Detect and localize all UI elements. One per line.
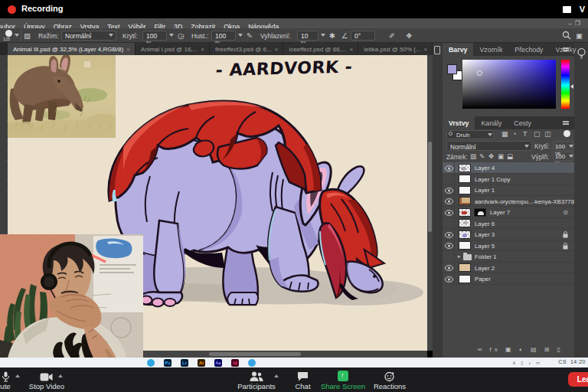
eye-icon[interactable] (445, 232, 453, 238)
chevron-up-icon[interactable] (274, 374, 279, 377)
layer-name[interactable]: Layer 5 (475, 243, 495, 250)
visibility-cell[interactable] (443, 229, 455, 240)
panel-tab[interactable]: Přechody (508, 43, 549, 56)
menu-item[interactable]: Filtr (150, 22, 170, 29)
color-field-marker[interactable] (477, 70, 482, 76)
visibility-cell[interactable] (443, 196, 455, 207)
reactions-icon[interactable] (384, 371, 395, 382)
layer-row[interactable]: ▸ Layer 1 Copy (443, 174, 574, 185)
window-controls[interactable]: –❐ (568, 20, 583, 27)
layer-thumbnail[interactable] (459, 230, 471, 239)
layer-thumbnail[interactable] (459, 186, 471, 194)
layer-name[interactable]: Layer 4 (475, 165, 495, 172)
panel-tab[interactable]: Cesty (508, 116, 537, 129)
leave-button[interactable]: Leave (568, 372, 588, 387)
visibility-cell[interactable] (443, 273, 455, 284)
chevron-up-icon[interactable] (58, 374, 63, 377)
taskbar-app-icon[interactable]: Lr (181, 359, 188, 367)
filter-type-icon[interactable]: T (523, 130, 528, 138)
layer-thumbnail[interactable] (459, 275, 471, 283)
layer-thumbnail[interactable] (459, 208, 471, 217)
panel-tab[interactable]: Vzorky (549, 43, 582, 56)
visibility-cell[interactable] (443, 162, 455, 173)
layer-row[interactable]: ▸ Layer 5 (443, 240, 574, 252)
menu-item[interactable]: Nápověda (244, 22, 283, 29)
chevron-down-icon[interactable] (238, 34, 243, 37)
layers-panel-actions[interactable]: ∞ fx ▣ ◐ ▤ ⊞ ▯ (443, 346, 574, 356)
filter-adjustment-icon[interactable]: ◔ (512, 130, 516, 138)
airbrush-icon[interactable]: ✎ (247, 31, 253, 40)
chevron-down-icon[interactable] (15, 34, 19, 37)
layer-row[interactable]: ▸ Layer 2 (443, 263, 574, 274)
layer-row[interactable]: ▸ Folder 1 (443, 251, 574, 263)
document-tab[interactable]: lebka.psd @ 50% (...× (358, 43, 433, 55)
opacity-input[interactable]: 100 % (142, 31, 167, 41)
taskbar-app-icon[interactable]: Ai (198, 359, 205, 367)
layer-mask-thumbnail[interactable] (474, 208, 486, 217)
taskbar-app-icon[interactable] (147, 359, 155, 367)
close-icon[interactable]: × (275, 46, 279, 53)
hue-slider[interactable] (561, 60, 570, 109)
layer-row[interactable]: ▸ Layer 7 ⊙ (443, 207, 574, 218)
taskbar-app-icon[interactable] (248, 359, 256, 367)
layer-thumbnail[interactable] (459, 175, 471, 183)
visibility-cell[interactable] (443, 263, 455, 273)
lock-paint-icon[interactable]: ✎ (479, 152, 485, 160)
reactions-button[interactable]: Reactions (364, 382, 416, 390)
visibility-cell[interactable] (443, 185, 455, 195)
share-screen-button[interactable]: Share Screen (318, 382, 368, 390)
angle-input[interactable]: 0° (351, 31, 375, 41)
view-grid-icon[interactable] (563, 6, 571, 13)
layer-name[interactable]: Layer 3 (475, 231, 495, 238)
microphone-icon[interactable] (2, 371, 10, 382)
layer-thumbnail[interactable] (459, 164, 471, 172)
menu-item[interactable]: Soubor (0, 22, 19, 29)
eye-icon[interactable] (445, 265, 453, 271)
hue-slider-pointer[interactable] (570, 84, 573, 89)
eye-icon[interactable] (445, 165, 453, 172)
filter-shape-icon[interactable]: ▢ (534, 130, 541, 138)
document-tab[interactable]: iceeffect.psd @ 66,...× (283, 43, 358, 55)
video-camera-icon[interactable] (40, 373, 53, 381)
filter-pixel-icon[interactable]: ▦ (501, 130, 508, 138)
document-tab[interactable]: Animal III.psd @ 32,5% (Layer 4,RGB/8)× (8, 43, 136, 55)
visibility-cell[interactable] (443, 207, 455, 217)
eye-icon[interactable] (445, 188, 453, 194)
layer-row[interactable]: ▸ Paper (443, 273, 574, 285)
layer-name[interactable]: aardvark-orycteropu...-kenya-XB3778 Copy (475, 198, 574, 205)
layer-name[interactable]: Layer 1 Copy (475, 176, 510, 183)
menu-item[interactable]: Text (103, 22, 124, 29)
layer-name[interactable]: Folder 1 (475, 253, 497, 260)
layer-name[interactable]: Layer 6 (475, 220, 495, 227)
vertical-scrollbar-thumb[interactable] (428, 142, 432, 232)
layer-thumbnail[interactable] (459, 263, 471, 272)
color-field[interactable] (462, 60, 556, 109)
blend-mode-select[interactable]: Normální (446, 141, 532, 151)
taskbar-app-icon[interactable]: Ps (164, 359, 172, 367)
stop-video-button[interactable]: Stop Video (23, 382, 70, 390)
layer-thumbnail[interactable] (459, 219, 471, 227)
pressure-size-icon[interactable]: ✐ (389, 31, 395, 40)
layer-filter-select[interactable]: Druh (446, 130, 494, 139)
brush-preview-icon[interactable] (5, 30, 12, 37)
panel-tab[interactable]: Barvy (443, 43, 473, 56)
participants-icon[interactable] (250, 371, 263, 381)
panel-tab[interactable]: Kanály (475, 116, 508, 129)
panel-tab[interactable]: Vrstvy (443, 116, 475, 129)
layer-row[interactable]: ▸ Layer 4 (443, 162, 574, 174)
share-screen-icon[interactable] (338, 371, 348, 381)
chevron-down-icon[interactable] (321, 34, 325, 37)
menu-item[interactable]: Výběr (124, 22, 150, 29)
close-icon[interactable]: × (201, 46, 204, 53)
workspace-icon[interactable]: ▣ (576, 31, 583, 40)
document-tab[interactable]: fireeffect3.psd @ 6...× (210, 43, 283, 55)
language-indicator[interactable]: CS (558, 359, 567, 364)
close-icon[interactable]: × (424, 46, 428, 53)
panel-menu-icon[interactable] (563, 121, 569, 122)
filter-toggle-icon[interactable] (564, 130, 570, 137)
layer-thumbnail[interactable] (459, 197, 471, 205)
layer-name[interactable]: Layer 2 (475, 265, 495, 272)
system-tray-icons[interactable]: ∧ ▯ ♪ ▭ (512, 360, 542, 365)
layer-row[interactable]: ▸ Layer 3 (443, 229, 574, 240)
chevron-up-icon[interactable] (15, 374, 20, 377)
